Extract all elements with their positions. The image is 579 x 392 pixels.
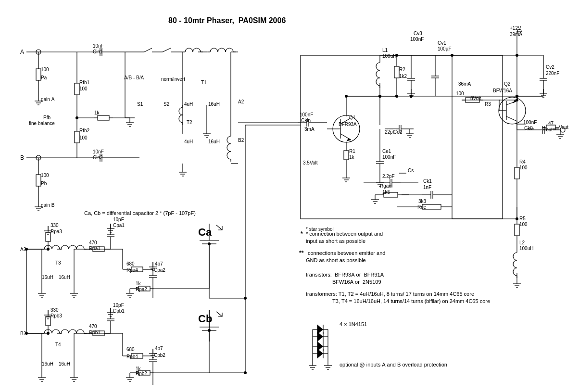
schematic-canvas	[0, 0, 579, 392]
